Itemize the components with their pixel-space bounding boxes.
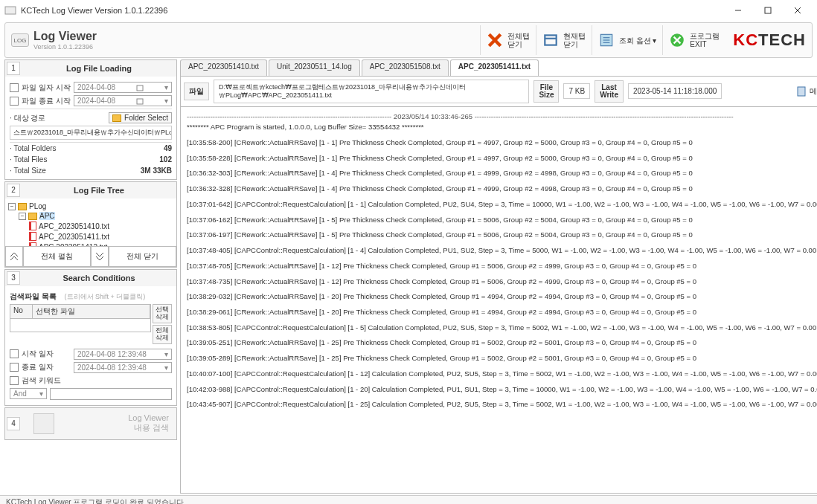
log-line: [10:39:05-289] [CRework::ActualRRSave] […: [187, 353, 817, 364]
search-end-picker[interactable]: 2024-04-08 12:39:48▾: [74, 362, 172, 373]
and-or-value: And: [13, 390, 27, 398]
view-options-icon: [598, 32, 615, 48]
log-content-area[interactable]: ----------------------------------------…: [180, 107, 817, 494]
minimize-button[interactable]: [723, 0, 753, 21]
content-search-button[interactable]: Log Viewer 내용 검색: [22, 408, 176, 439]
section-log-viewer-search: 4 Log Viewer 내용 검색: [4, 407, 177, 440]
section-log-file-loading: 1Log File Loading 파일 일자 시작 2024-04-08▾ 파…: [4, 59, 177, 180]
logo-kc: KC: [733, 30, 758, 49]
view-options-button[interactable]: 조회 옵션 ▾: [592, 25, 663, 55]
file-icon: [29, 232, 36, 241]
brand: LOG Log Viewer Version 1.0.1.22396: [11, 30, 97, 51]
section-search-conditions: 3Search Conditions 검색파일 목록 (트리에서 Shift +…: [4, 269, 177, 406]
brand-icon: LOG: [11, 33, 29, 47]
tab-2[interactable]: APC_2023051508.txt: [362, 59, 449, 76]
close-window-button[interactable]: [783, 0, 813, 21]
calendar-icon: [136, 97, 144, 105]
expand-all-icon-button[interactable]: [5, 246, 23, 267]
start-date-picker[interactable]: 2024-04-08▾: [74, 82, 172, 93]
file-path-value: D:₩프로젝트₩kctech₩프로그램테스트₩20231018_마무리내용₩추가…: [214, 80, 529, 103]
end-date-value: 2024-04-08: [77, 97, 115, 105]
close-current-tab-button[interactable]: 현재탭닫기: [536, 25, 592, 55]
sect3-title: Search Conditions: [22, 274, 176, 282]
search-icon: [33, 413, 54, 434]
log-line: [10:42:03-988] [CAPCControl::RequestCalc…: [187, 384, 817, 395]
tab-1[interactable]: Unit_20230511_14.log: [269, 59, 360, 76]
delete-selected-button[interactable]: 선택 삭제: [153, 304, 172, 323]
close-current-icon: [542, 32, 559, 48]
notepad-button[interactable]: 메모장: [792, 83, 817, 100]
search-keyword-checkbox[interactable]: [10, 376, 19, 385]
tree-root[interactable]: PLog: [29, 202, 46, 210]
tab-0[interactable]: APC_2023051410.txt: [180, 59, 267, 76]
chevron-down-icon: ▾: [164, 97, 168, 105]
total-size-label: · Total Size: [10, 167, 46, 175]
keyword-input[interactable]: [50, 388, 172, 400]
delete-all-button[interactable]: 전체 삭제: [153, 325, 172, 344]
chevron-down-icon: ▾: [164, 364, 168, 372]
file-info-bar: 파일 D:₩프로젝트₩kctech₩프로그램테스트₩20231018_마무리내용…: [180, 76, 817, 107]
tree-file[interactable]: APC_2023051411.txt: [39, 233, 109, 241]
search-start-label: 시작 일자: [22, 349, 71, 359]
file-tree[interactable]: −PLog −APC APC_2023051410.txt APC_202305…: [5, 198, 176, 246]
logo-tech: TECH: [758, 30, 806, 49]
search-end-checkbox[interactable]: [10, 363, 19, 372]
end-date-checkbox[interactable]: [10, 97, 19, 106]
folder-icon: [112, 114, 121, 122]
search-keyword-label: 검색 키워드: [22, 375, 71, 386]
log-line: [10:38:29-032] [CRework::ActualRRSave] […: [187, 291, 817, 303]
maximize-button[interactable]: [753, 0, 783, 21]
brand-version: Version 1.0.1.22396: [33, 43, 97, 51]
file-tabs: APC_2023051410.txt Unit_20230511_14.log …: [180, 59, 817, 76]
log-line: [10:37:06-162] [CRework::ActualRRSave] […: [187, 215, 817, 226]
path-label: · 대상 경로: [10, 113, 106, 123]
svg-rect-17: [137, 99, 143, 104]
folder-select-label: Folder Select: [124, 114, 168, 122]
search-btn-l2: 내용 검색: [128, 422, 169, 433]
total-folders-value: 49: [164, 144, 172, 152]
svg-rect-16: [137, 85, 143, 91]
file-icon: [29, 222, 36, 230]
total-folders-label: · Total Folders: [10, 144, 57, 152]
collapse-all-button[interactable]: 전체 닫기: [109, 246, 176, 267]
svg-rect-0: [5, 7, 16, 14]
tab-3[interactable]: APC_2023051411.txt: [450, 59, 539, 76]
search-file-list[interactable]: [10, 319, 151, 332]
expand-all-button[interactable]: 전체 펼침: [23, 246, 91, 267]
main-toolbar: LOG Log Viewer Version 1.0.1.22396 전체탭닫기…: [4, 22, 813, 58]
start-date-checkbox[interactable]: [10, 83, 19, 92]
search-hint: (트리에서 Shift + 더블클릭): [65, 292, 146, 302]
tree-folder-apc[interactable]: APC: [39, 212, 55, 220]
end-date-picker[interactable]: 2024-04-08▾: [74, 95, 172, 106]
folder-select-button[interactable]: Folder Select: [109, 112, 172, 123]
tree-toggle[interactable]: −: [19, 213, 26, 220]
search-files-label: 검색파일 목록: [10, 291, 57, 302]
close-all-tabs-button[interactable]: 전체탭닫기: [480, 25, 536, 55]
exit-l2: EXIT: [690, 40, 720, 48]
exit-button[interactable]: 프로그램EXIT: [662, 25, 725, 55]
collapse-all-icon-button[interactable]: [91, 246, 109, 267]
keyword-and-or-select[interactable]: And▾: [10, 388, 47, 399]
notepad-label: 메모장: [810, 86, 817, 97]
folder-icon: [18, 203, 27, 210]
company-logo: KCTECH: [733, 30, 806, 50]
folder-icon: [28, 213, 37, 220]
log-line: [10:43:45-907] [CAPCControl::RequestCalc…: [187, 399, 817, 410]
last-write-value: 2023-05-14 11:18:18.000: [628, 83, 722, 99]
sect2-num: 2: [7, 184, 20, 197]
svg-rect-7: [545, 35, 556, 45]
log-line: [10:37:48-705] [CRework::ActualRRSave] […: [187, 261, 817, 272]
log-line: [10:40:07-100] [CAPCControl::RequestCalc…: [187, 369, 817, 380]
start-date-label: 파일 일자 시작: [22, 83, 71, 93]
tree-toggle[interactable]: −: [8, 203, 16, 210]
sect1-num: 1: [7, 62, 20, 75]
search-btn-l1: Log Viewer: [128, 413, 169, 422]
last-write-label: Last Write: [595, 80, 624, 103]
exit-l1: 프로그램: [690, 32, 720, 40]
search-start-checkbox[interactable]: [10, 349, 19, 358]
log-line: [10:38:29-061] [CRework::ActualRRSave] […: [187, 307, 817, 318]
file-size-label: File Size: [534, 80, 559, 103]
log-timestamp-header: ----------------------------------------…: [187, 112, 817, 123]
tree-file[interactable]: APC_2023051410.txt: [39, 222, 109, 230]
search-start-picker[interactable]: 2024-04-08 12:39:48▾: [74, 349, 172, 360]
